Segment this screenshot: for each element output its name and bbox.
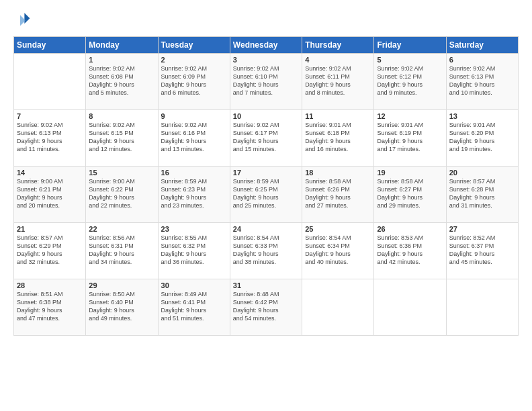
header-day-wednesday: Wednesday xyxy=(230,37,302,54)
day-cell: 14Sunrise: 9:00 AM Sunset: 6:21 PM Dayli… xyxy=(14,167,86,223)
day-info: Sunrise: 9:00 AM Sunset: 6:21 PM Dayligh… xyxy=(17,177,83,210)
day-info: Sunrise: 9:02 AM Sunset: 6:12 PM Dayligh… xyxy=(377,64,443,97)
day-cell: 30Sunrise: 8:49 AM Sunset: 6:41 PM Dayli… xyxy=(158,279,230,336)
day-info: Sunrise: 9:02 AM Sunset: 6:09 PM Dayligh… xyxy=(161,64,227,97)
day-number: 13 xyxy=(449,112,515,120)
day-number: 24 xyxy=(233,225,299,233)
day-cell: 27Sunrise: 8:52 AM Sunset: 6:37 PM Dayli… xyxy=(446,223,518,279)
day-number: 19 xyxy=(377,169,443,177)
logo xyxy=(13,11,34,30)
day-info: Sunrise: 9:01 AM Sunset: 6:20 PM Dayligh… xyxy=(449,121,515,154)
day-info: Sunrise: 8:59 AM Sunset: 6:25 PM Dayligh… xyxy=(233,177,299,210)
week-row-2: 14Sunrise: 9:00 AM Sunset: 6:21 PM Dayli… xyxy=(14,167,519,223)
day-cell: 25Sunrise: 8:54 AM Sunset: 6:34 PM Dayli… xyxy=(302,223,374,279)
day-info: Sunrise: 9:02 AM Sunset: 6:17 PM Dayligh… xyxy=(233,121,299,154)
day-info: Sunrise: 9:00 AM Sunset: 6:22 PM Dayligh… xyxy=(89,177,154,210)
day-cell xyxy=(374,279,446,336)
day-number: 8 xyxy=(89,112,154,120)
day-info: Sunrise: 9:02 AM Sunset: 6:11 PM Dayligh… xyxy=(305,64,371,97)
day-info: Sunrise: 8:56 AM Sunset: 6:31 PM Dayligh… xyxy=(89,234,154,267)
day-cell: 7Sunrise: 9:02 AM Sunset: 6:13 PM Daylig… xyxy=(14,110,86,167)
day-cell: 23Sunrise: 8:55 AM Sunset: 6:32 PM Dayli… xyxy=(158,223,230,279)
day-number: 15 xyxy=(89,169,154,177)
day-info: Sunrise: 9:01 AM Sunset: 6:18 PM Dayligh… xyxy=(305,121,371,154)
week-row-3: 21Sunrise: 8:57 AM Sunset: 6:29 PM Dayli… xyxy=(14,223,519,279)
day-info: Sunrise: 8:53 AM Sunset: 6:36 PM Dayligh… xyxy=(377,234,443,267)
day-cell: 10Sunrise: 9:02 AM Sunset: 6:17 PM Dayli… xyxy=(230,110,302,167)
day-info: Sunrise: 9:02 AM Sunset: 6:15 PM Dayligh… xyxy=(89,121,154,154)
svg-marker-0 xyxy=(24,13,30,24)
day-number: 4 xyxy=(305,56,371,64)
day-number: 3 xyxy=(233,56,299,64)
day-cell: 22Sunrise: 8:56 AM Sunset: 6:31 PM Dayli… xyxy=(86,223,158,279)
day-number: 18 xyxy=(305,169,371,177)
day-number: 25 xyxy=(305,225,371,233)
day-cell: 6Sunrise: 9:02 AM Sunset: 6:13 PM Daylig… xyxy=(446,54,518,110)
day-number: 20 xyxy=(449,169,515,177)
day-info: Sunrise: 9:02 AM Sunset: 6:10 PM Dayligh… xyxy=(233,64,299,97)
day-cell: 28Sunrise: 8:51 AM Sunset: 6:38 PM Dayli… xyxy=(14,279,86,336)
day-number: 1 xyxy=(89,56,154,64)
week-row-0: 1Sunrise: 9:02 AM Sunset: 6:08 PM Daylig… xyxy=(14,54,519,110)
day-info: Sunrise: 8:58 AM Sunset: 6:26 PM Dayligh… xyxy=(305,177,371,210)
day-cell: 11Sunrise: 9:01 AM Sunset: 6:18 PM Dayli… xyxy=(302,110,374,167)
day-info: Sunrise: 8:57 AM Sunset: 6:28 PM Dayligh… xyxy=(449,177,515,210)
day-info: Sunrise: 9:02 AM Sunset: 6:13 PM Dayligh… xyxy=(17,121,83,154)
page: SundayMondayTuesdayWednesdayThursdayFrid… xyxy=(0,0,532,411)
day-cell: 9Sunrise: 9:02 AM Sunset: 6:16 PM Daylig… xyxy=(158,110,230,167)
day-info: Sunrise: 8:55 AM Sunset: 6:32 PM Dayligh… xyxy=(161,234,227,267)
day-cell xyxy=(302,279,374,336)
day-number: 11 xyxy=(305,112,371,120)
header xyxy=(13,11,519,30)
day-cell: 5Sunrise: 9:02 AM Sunset: 6:12 PM Daylig… xyxy=(374,54,446,110)
logo-icon xyxy=(15,11,31,27)
header-day-tuesday: Tuesday xyxy=(158,37,230,54)
day-info: Sunrise: 9:02 AM Sunset: 6:16 PM Dayligh… xyxy=(161,121,227,154)
day-number: 26 xyxy=(377,225,443,233)
day-number: 6 xyxy=(449,56,515,64)
header-day-friday: Friday xyxy=(374,37,446,54)
day-info: Sunrise: 8:49 AM Sunset: 6:41 PM Dayligh… xyxy=(161,290,227,323)
day-number: 10 xyxy=(233,112,299,120)
day-info: Sunrise: 9:02 AM Sunset: 6:08 PM Dayligh… xyxy=(89,64,154,97)
day-number: 23 xyxy=(161,225,227,233)
day-cell: 26Sunrise: 8:53 AM Sunset: 6:36 PM Dayli… xyxy=(374,223,446,279)
day-cell: 1Sunrise: 9:02 AM Sunset: 6:08 PM Daylig… xyxy=(86,54,158,110)
day-info: Sunrise: 8:54 AM Sunset: 6:34 PM Dayligh… xyxy=(305,234,371,267)
day-number: 2 xyxy=(161,56,227,64)
day-info: Sunrise: 8:58 AM Sunset: 6:27 PM Dayligh… xyxy=(377,177,443,210)
day-info: Sunrise: 8:48 AM Sunset: 6:42 PM Dayligh… xyxy=(233,290,299,323)
week-row-4: 28Sunrise: 8:51 AM Sunset: 6:38 PM Dayli… xyxy=(14,279,519,336)
day-number: 29 xyxy=(89,281,154,289)
day-number: 12 xyxy=(377,112,443,120)
day-cell: 15Sunrise: 9:00 AM Sunset: 6:22 PM Dayli… xyxy=(86,167,158,223)
day-cell xyxy=(14,54,86,110)
day-cell: 3Sunrise: 9:02 AM Sunset: 6:10 PM Daylig… xyxy=(230,54,302,110)
day-cell: 31Sunrise: 8:48 AM Sunset: 6:42 PM Dayli… xyxy=(230,279,302,336)
day-number: 14 xyxy=(17,169,83,177)
day-number: 21 xyxy=(17,225,83,233)
day-cell: 20Sunrise: 8:57 AM Sunset: 6:28 PM Dayli… xyxy=(446,167,518,223)
calendar-table: SundayMondayTuesdayWednesdayThursdayFrid… xyxy=(13,36,519,336)
day-number: 22 xyxy=(89,225,154,233)
day-number: 16 xyxy=(161,169,227,177)
header-day-saturday: Saturday xyxy=(446,37,518,54)
day-info: Sunrise: 8:59 AM Sunset: 6:23 PM Dayligh… xyxy=(161,177,227,210)
day-info: Sunrise: 8:51 AM Sunset: 6:38 PM Dayligh… xyxy=(17,290,83,323)
day-number: 28 xyxy=(17,281,83,289)
day-cell: 21Sunrise: 8:57 AM Sunset: 6:29 PM Dayli… xyxy=(14,223,86,279)
day-number: 27 xyxy=(449,225,515,233)
day-cell: 29Sunrise: 8:50 AM Sunset: 6:40 PM Dayli… xyxy=(86,279,158,336)
day-cell: 8Sunrise: 9:02 AM Sunset: 6:15 PM Daylig… xyxy=(86,110,158,167)
day-cell: 4Sunrise: 9:02 AM Sunset: 6:11 PM Daylig… xyxy=(302,54,374,110)
day-number: 5 xyxy=(377,56,443,64)
day-info: Sunrise: 9:01 AM Sunset: 6:19 PM Dayligh… xyxy=(377,121,443,154)
header-day-sunday: Sunday xyxy=(14,37,86,54)
day-info: Sunrise: 8:50 AM Sunset: 6:40 PM Dayligh… xyxy=(89,290,154,323)
header-day-monday: Monday xyxy=(86,37,158,54)
day-cell: 24Sunrise: 8:54 AM Sunset: 6:33 PM Dayli… xyxy=(230,223,302,279)
day-number: 9 xyxy=(161,112,227,120)
day-cell: 17Sunrise: 8:59 AM Sunset: 6:25 PM Dayli… xyxy=(230,167,302,223)
day-cell: 16Sunrise: 8:59 AM Sunset: 6:23 PM Dayli… xyxy=(158,167,230,223)
day-cell: 13Sunrise: 9:01 AM Sunset: 6:20 PM Dayli… xyxy=(446,110,518,167)
